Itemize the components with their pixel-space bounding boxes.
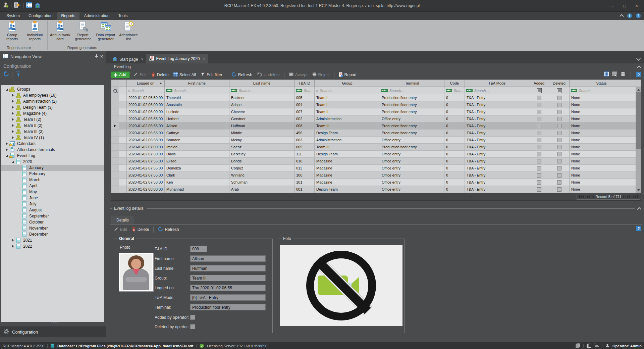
undelete-button[interactable]: Undelete (255, 71, 282, 79)
next-page-button[interactable] (626, 195, 631, 198)
deleted-checkbox[interactable] (557, 159, 561, 163)
tab-start-page[interactable]: Start page × (109, 55, 146, 63)
filter-mode-input[interactable] (474, 88, 528, 93)
filter-group-input[interactable] (319, 88, 378, 93)
filter-first-name-input[interactable] (173, 88, 228, 93)
tree-item[interactable]: December (1, 231, 104, 237)
report-button[interactable]: Report (336, 71, 359, 79)
export-dropdown-icon[interactable] (14, 2, 21, 9)
tree-item[interactable]: January (1, 165, 104, 171)
table-row[interactable]: 2020-01-02 06:58:00 Branden Mckay 003 Ad… (111, 137, 641, 144)
close-tab-icon[interactable]: × (141, 57, 143, 62)
reject-button[interactable]: Reject (310, 71, 332, 79)
deleted-checkbox[interactable] (557, 131, 561, 135)
deleted-checkbox[interactable] (557, 145, 561, 149)
attendance-list-button[interactable]: Attendance list (117, 20, 140, 41)
deleted-checkbox[interactable] (557, 187, 561, 192)
pin-icon[interactable] (95, 54, 98, 59)
table-row[interactable]: 2020-01-02 07:30:00 Davis Berkeley 111 D… (111, 151, 641, 158)
deleted-checkbox[interactable] (557, 124, 561, 128)
close-tab-icon[interactable]: × (203, 56, 205, 61)
abc-filter-icon[interactable]: aBc (571, 89, 577, 92)
added-checkbox[interactable] (537, 152, 541, 156)
data-export-generator-button[interactable]: Data export generator (94, 20, 117, 41)
menu-tab-reports[interactable]: Reports (57, 12, 79, 20)
tree-item[interactable]: 2022 (1, 243, 104, 249)
expand-arrow-icon[interactable] (4, 142, 9, 145)
add-button[interactable]: Add (111, 71, 130, 78)
menu-tab-tools[interactable]: Tools (114, 12, 132, 20)
added-checkbox[interactable] (537, 103, 541, 107)
operator-icon[interactable] (3, 2, 9, 9)
details-refresh-button[interactable]: Refresh (156, 226, 181, 234)
close-panel-icon[interactable]: × (100, 54, 103, 59)
tree-item[interactable]: Administraction (2) (1, 98, 104, 104)
scroll-up-icon[interactable] (637, 87, 640, 92)
last-record-button[interactable] (632, 195, 638, 198)
deleted-checkbox[interactable] (557, 152, 561, 156)
column-header-added[interactable]: Added (529, 80, 549, 87)
deleted-checkbox[interactable] (557, 180, 561, 185)
expand-arrow-icon[interactable] (10, 136, 15, 139)
added-checkbox[interactable] (537, 145, 541, 149)
tree-item[interactable]: Event Log (1, 153, 104, 159)
info-icon[interactable]: i (627, 13, 632, 18)
navigation-view-icon[interactable] (26, 2, 32, 9)
table-row[interactable]: 2020-01-02 07:00:00 Imelda Saenz 009 Tea… (111, 144, 641, 151)
column-header-status[interactable]: Status (570, 80, 641, 87)
deleted-checkbox[interactable] (557, 117, 561, 121)
expand-arrow-icon[interactable] (4, 155, 9, 157)
ta-mode-field[interactable]: [0] T&A - Entry (190, 294, 266, 301)
terminal-field[interactable]: Production floor entry (190, 304, 266, 310)
tree-item[interactable]: Team IV (1) (1, 135, 104, 141)
tree-item[interactable]: March (1, 177, 104, 183)
added-checkbox[interactable] (537, 180, 541, 185)
expand-arrow-icon[interactable] (10, 106, 15, 109)
table-row[interactable]: 2020-01-02 06:55:00 Allison Huffman 008 … (111, 122, 641, 130)
added-checkbox[interactable] (537, 159, 541, 163)
menu-tab-system[interactable]: System (2, 12, 24, 20)
column-chooser-icon[interactable] (604, 71, 609, 78)
column-header-code[interactable]: Code (444, 80, 465, 87)
edit-button[interactable]: Edit (131, 71, 149, 79)
minimize-button[interactable]: – (607, 2, 618, 9)
table-row[interactable]: 2020-01-02 07:55:00 Clark Winland 100 Ma… (111, 172, 641, 179)
added-checkbox[interactable] (537, 166, 541, 170)
table-row[interactable]: 2020-01-02 07:55:00 Demelza Corpuz 011 M… (111, 165, 641, 172)
deleted-checkbox[interactable] (557, 138, 561, 142)
filter-status-input[interactable] (578, 88, 633, 93)
tree-item[interactable]: April (1, 183, 104, 189)
deleted-checkbox[interactable] (557, 103, 561, 107)
tree-item[interactable]: Calendars (1, 141, 104, 147)
deleted-checkbox[interactable] (557, 96, 561, 100)
expand-arrow-icon[interactable] (4, 148, 9, 151)
tree-item[interactable]: Team I (2) (1, 116, 104, 122)
table-row[interactable]: 2020-01-02 06:00:00 Anastatio Arispe 004… (111, 101, 641, 108)
column-header-deleted[interactable]: Deleted (549, 80, 570, 87)
column-header-last-name[interactable]: Last name (229, 80, 294, 87)
deleted-checkbox[interactable] (557, 166, 561, 170)
filter-deleted-checkbox[interactable] (557, 88, 562, 93)
accept-button[interactable]: Accept (286, 71, 310, 79)
details-edit-button[interactable]: Edit (112, 226, 129, 233)
tree-item[interactable]: October (1, 219, 104, 225)
close-button[interactable]: × (631, 2, 642, 9)
expand-arrow-icon[interactable] (10, 130, 15, 133)
column-header-group[interactable]: Group (315, 80, 380, 87)
expand-arrow-icon[interactable] (10, 161, 15, 163)
prev-record-button[interactable] (592, 195, 595, 198)
pages-icon[interactable] (576, 343, 580, 349)
last-name-field[interactable]: Huffman (190, 265, 266, 271)
filter-code-input[interactable] (453, 88, 463, 93)
maximize-button[interactable]: □ (619, 2, 630, 9)
refresh-button[interactable]: Refresh (229, 71, 255, 79)
table-row[interactable]: 2020-01-02 06:55:00 Cathryn Middle 456 D… (111, 130, 641, 137)
tree-item[interactable]: Groups (1, 86, 104, 92)
details-help-icon[interactable]: ? (636, 226, 641, 231)
individual-reports-button[interactable]: Individual reports (23, 20, 46, 41)
tree-view-icon[interactable] (594, 344, 599, 348)
column-header-ta-mode[interactable]: T&A Mode (465, 80, 529, 87)
column-header-first-name[interactable]: First name (165, 80, 229, 87)
deleted-by-operator-checkbox[interactable] (190, 324, 195, 329)
save-layout-icon[interactable] (621, 71, 626, 78)
